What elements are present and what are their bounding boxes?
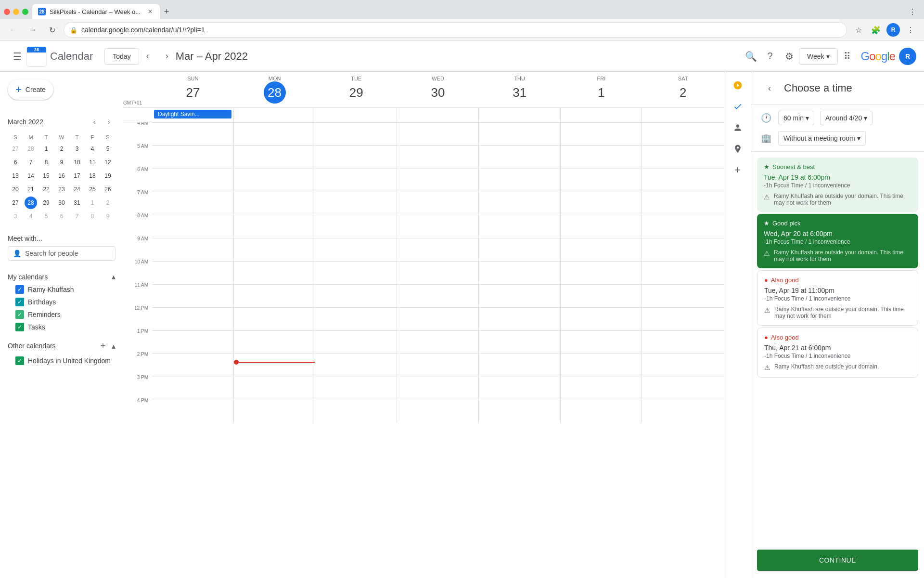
calendar-item-holidays[interactable]: ✓ Holidays in United Kingdom bbox=[0, 355, 123, 367]
dst-banner[interactable]: Daylight Savin... bbox=[154, 110, 231, 118]
mini-day[interactable]: 3 bbox=[9, 210, 22, 223]
tue-2pm[interactable] bbox=[315, 354, 397, 377]
sun-11am[interactable] bbox=[152, 284, 234, 307]
thu-12pm[interactable] bbox=[479, 307, 561, 330]
fri-10am[interactable] bbox=[561, 261, 642, 284]
slot-card-2[interactable]: ★ Good pick Wed, Apr 20 at 6:00pm -1h Fo… bbox=[757, 214, 918, 268]
mini-day[interactable]: 21 bbox=[25, 183, 37, 196]
mon-8am[interactable] bbox=[234, 215, 316, 238]
next-button[interactable]: › bbox=[158, 48, 176, 65]
mini-day[interactable]: 22 bbox=[40, 183, 52, 196]
mini-day[interactable]: 15 bbox=[40, 170, 52, 182]
sat-4am[interactable] bbox=[642, 122, 724, 145]
mini-day[interactable]: 25 bbox=[86, 183, 99, 196]
mini-day[interactable]: 3 bbox=[71, 143, 83, 155]
tue-10am[interactable] bbox=[315, 261, 397, 284]
sat-1pm[interactable] bbox=[642, 330, 724, 354]
fri-11am[interactable] bbox=[561, 284, 642, 307]
thu-num[interactable]: 31 bbox=[509, 81, 531, 104]
thu-4am[interactable] bbox=[479, 122, 561, 145]
create-button[interactable]: + Create bbox=[8, 79, 53, 100]
sat-5am[interactable] bbox=[642, 145, 724, 169]
thu-3pm[interactable] bbox=[479, 377, 561, 400]
mini-day[interactable]: 28 bbox=[25, 143, 37, 155]
mon-4pm[interactable] bbox=[234, 400, 316, 423]
mini-day[interactable]: 14 bbox=[25, 170, 37, 182]
mini-day[interactable]: 1 bbox=[86, 197, 99, 209]
user-avatar[interactable]: R bbox=[899, 48, 916, 65]
mini-day[interactable]: 27 bbox=[9, 197, 22, 209]
mini-day[interactable]: 19 bbox=[102, 170, 114, 182]
tue-num[interactable]: 29 bbox=[345, 81, 367, 104]
wed-4pm[interactable] bbox=[397, 400, 479, 423]
mini-day[interactable]: 2 bbox=[102, 197, 114, 209]
map-icon-button[interactable] bbox=[728, 139, 747, 158]
profile-button[interactable]: R bbox=[886, 22, 901, 38]
calendar-scroll-area[interactable]: 4 AM 5 AM bbox=[123, 122, 724, 578]
panel-back-button[interactable]: ‹ bbox=[761, 79, 778, 97]
help-button[interactable]: ? bbox=[760, 47, 780, 66]
new-tab-button[interactable]: + bbox=[160, 5, 173, 18]
mini-day[interactable]: 11 bbox=[86, 156, 99, 169]
mini-day[interactable]: 24 bbox=[71, 183, 83, 196]
sun-allday[interactable]: Daylight Savin... bbox=[152, 108, 234, 122]
wed-11am[interactable] bbox=[397, 284, 479, 307]
mini-day[interactable]: 9 bbox=[55, 156, 68, 169]
sat-4pm[interactable] bbox=[642, 400, 724, 423]
sat-allday[interactable] bbox=[642, 108, 724, 122]
mini-day[interactable]: 1 bbox=[40, 143, 52, 155]
wed-10am[interactable] bbox=[397, 261, 479, 284]
calendar-item-ramy[interactable]: ✓ Ramy Khuffash bbox=[0, 283, 123, 296]
fri-5am[interactable] bbox=[561, 145, 642, 169]
add-side-icon-button[interactable]: + bbox=[728, 160, 747, 180]
calendar-item-birthdays[interactable]: ✓ Birthdays bbox=[0, 296, 123, 308]
checkmark-icon-button[interactable] bbox=[728, 97, 747, 116]
mini-cal-next[interactable]: › bbox=[102, 115, 116, 129]
wed-3pm[interactable] bbox=[397, 377, 479, 400]
mini-day[interactable]: 6 bbox=[55, 210, 68, 223]
mini-day[interactable]: 30 bbox=[55, 197, 68, 209]
mon-7am[interactable] bbox=[234, 192, 316, 215]
sun-12pm[interactable] bbox=[152, 307, 234, 330]
thu-10am[interactable] bbox=[479, 261, 561, 284]
view-selector[interactable]: Week ▾ bbox=[799, 48, 838, 65]
notifications-icon-button[interactable] bbox=[728, 76, 747, 95]
forward-button[interactable]: → bbox=[25, 22, 40, 38]
fri-6am[interactable] bbox=[561, 169, 642, 192]
mon-2pm[interactable] bbox=[234, 354, 316, 377]
mini-day[interactable]: 4 bbox=[86, 143, 99, 155]
sun-9am[interactable] bbox=[152, 238, 234, 261]
fri-1pm[interactable] bbox=[561, 330, 642, 354]
thu-8am[interactable] bbox=[479, 215, 561, 238]
fri-4pm[interactable] bbox=[561, 400, 642, 423]
around-selector[interactable]: Around 4/20 ▾ bbox=[820, 111, 873, 125]
mon-11am[interactable] bbox=[234, 284, 316, 307]
mini-day[interactable]: 4 bbox=[25, 210, 37, 223]
minimize-button[interactable] bbox=[13, 9, 19, 15]
app-logo[interactable]: 28 Calendar bbox=[27, 47, 93, 66]
mon-allday[interactable] bbox=[234, 108, 316, 122]
mon-10am[interactable] bbox=[234, 261, 316, 284]
sat-12pm[interactable] bbox=[642, 307, 724, 330]
tue-4am[interactable] bbox=[315, 122, 397, 145]
thu-4pm[interactable] bbox=[479, 400, 561, 423]
mini-day[interactable]: 23 bbox=[55, 183, 68, 196]
other-calendars-header[interactable]: Other calendars + ▴ bbox=[0, 337, 123, 355]
mini-day[interactable]: 2 bbox=[55, 143, 68, 155]
thu-5am[interactable] bbox=[479, 145, 561, 169]
thu-9am[interactable] bbox=[479, 238, 561, 261]
mon-6am[interactable] bbox=[234, 169, 316, 192]
sun-3pm[interactable] bbox=[152, 377, 234, 400]
maximize-button[interactable] bbox=[22, 9, 28, 15]
address-bar[interactable]: 🔒 calendar.google.com/calendar/u/1/r?pli… bbox=[64, 22, 847, 38]
fri-7am[interactable] bbox=[561, 192, 642, 215]
mini-day[interactable]: 8 bbox=[40, 156, 52, 169]
mon-num[interactable]: 28 bbox=[264, 81, 286, 104]
menu-button[interactable]: ☰ bbox=[8, 47, 27, 66]
room-selector[interactable]: Without a meeting room ▾ bbox=[778, 131, 866, 145]
sun-1pm[interactable] bbox=[152, 330, 234, 354]
mini-day[interactable]: 5 bbox=[40, 210, 52, 223]
mini-day-today[interactable]: 28 bbox=[25, 197, 37, 209]
mon-5am[interactable] bbox=[234, 145, 316, 169]
sat-11am[interactable] bbox=[642, 284, 724, 307]
